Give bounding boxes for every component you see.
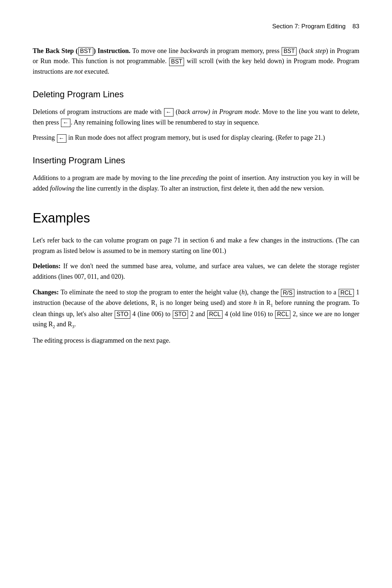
conclusion-paragraph: The editing process is diagrammed on the… — [33, 335, 359, 346]
bst-key-inline: BST — [282, 47, 297, 56]
deletions-paragraph: Deletions: If we don't need the summed b… — [33, 261, 359, 282]
back-step-label2: ) Instruction. — [94, 47, 131, 54]
sto-key1: STO — [115, 310, 130, 319]
back-step-label: The Back Step ( — [33, 47, 78, 54]
examples-heading: Examples — [33, 208, 359, 228]
bst-key-label: BST — [78, 47, 93, 56]
sto-key2: STO — [173, 310, 188, 319]
deleting-para1: Deletions of program instructions are ma… — [33, 107, 359, 128]
rcl-key1: RCL — [339, 289, 354, 297]
rcl-key2: RCL — [207, 310, 222, 319]
deleting-para2: Pressing ← in Run mode does not affect p… — [33, 132, 359, 143]
page-header: Section 7: Program Editing 83 — [33, 22, 359, 31]
deleting-heading: Deleting Program Lines — [33, 88, 359, 101]
bst-key-scroll: BST — [169, 58, 184, 66]
rcl-key3: RCL — [275, 310, 290, 319]
header-section-title: Section 7: Program Editing 83 — [272, 22, 359, 31]
back-arrow-key2: ← — [61, 119, 70, 127]
examples-intro: Let's refer back to the can volume progr… — [33, 235, 359, 256]
back-step-section: The Back Step (BST) Instruction. To move… — [33, 46, 359, 77]
deleting-section: Deleting Program Lines Deletions of prog… — [33, 88, 359, 143]
back-step-paragraph: The Back Step (BST) Instruction. To move… — [33, 46, 359, 77]
rs-key: R/S — [281, 289, 294, 297]
inserting-para1: Additions to a program are made by movin… — [33, 173, 359, 194]
deletions-label: Deletions: — [33, 262, 61, 270]
changes-label: Changes: — [33, 289, 59, 296]
back-arrow-key3: ← — [57, 134, 66, 143]
back-arrow-key1: ← — [164, 108, 173, 117]
inserting-heading: Inserting Program Lines — [33, 154, 359, 167]
examples-section: Examples Let's refer back to the can vol… — [33, 208, 359, 346]
changes-paragraph: Changes: To eliminate the need to stop t… — [33, 287, 359, 330]
inserting-section: Inserting Program Lines Additions to a p… — [33, 154, 359, 194]
